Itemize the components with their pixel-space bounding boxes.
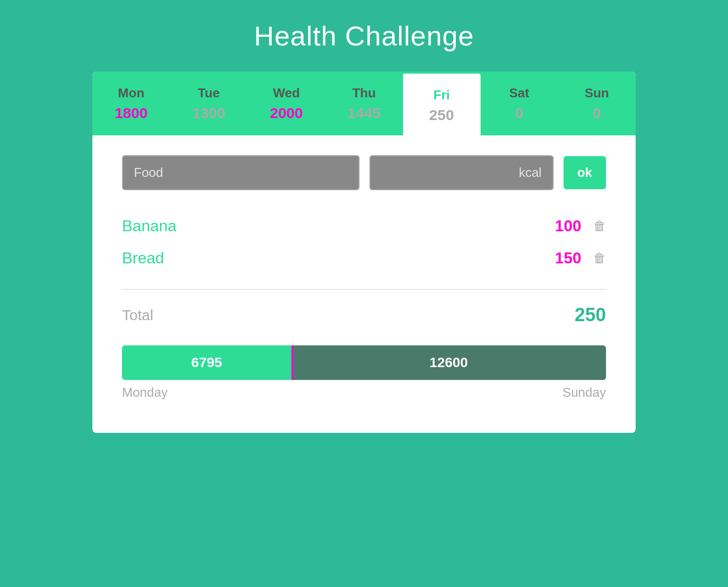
day-col-mon[interactable]: Mon 1800	[92, 72, 170, 135]
day-name: Mon	[118, 85, 144, 101]
main-card: Mon 1800 Tue 1300 Wed 2000 Thu 1445 Fri …	[92, 72, 636, 433]
day-col-sat[interactable]: Sat 0	[481, 72, 558, 135]
progress-remaining: 12600	[291, 345, 606, 380]
progress-filled: 6795	[122, 345, 291, 380]
day-col-sun[interactable]: Sun 0	[558, 72, 636, 135]
day-name: Fri	[434, 87, 450, 103]
progress-filled-value: 6795	[191, 355, 222, 371]
content-area: ok Banana 100 🗑 Bread 150 🗑 Total 250 67…	[92, 135, 636, 433]
delete-food-icon[interactable]: 🗑	[593, 251, 606, 266]
day-name: Thu	[352, 85, 376, 101]
food-item-calories: 100	[555, 217, 581, 235]
day-name: Wed	[273, 85, 300, 101]
food-item: Banana 100 🗑	[122, 210, 606, 242]
progress-start-label: Monday	[122, 385, 168, 400]
day-name: Sat	[509, 85, 529, 101]
progress-end-label: Sunday	[563, 385, 606, 400]
food-item: Bread 150 🗑	[122, 242, 606, 274]
day-calories: 1445	[348, 105, 381, 122]
progress-bar: 6795 12600	[122, 345, 606, 380]
progress-remaining-value: 12600	[430, 355, 468, 371]
day-col-thu[interactable]: Thu 1445	[325, 72, 403, 135]
day-header: Mon 1800 Tue 1300 Wed 2000 Thu 1445 Fri …	[92, 72, 636, 135]
kcal-input[interactable]	[369, 155, 554, 190]
total-row: Total 250	[122, 304, 606, 326]
day-calories: 1800	[115, 105, 148, 122]
food-item-calories: 150	[555, 249, 581, 267]
food-item-name: Banana	[122, 217, 555, 235]
food-list: Banana 100 🗑 Bread 150 🗑	[122, 210, 606, 274]
day-col-wed[interactable]: Wed 2000	[247, 72, 325, 135]
food-item-name: Bread	[122, 249, 555, 267]
day-col-fri[interactable]: Fri 250	[403, 74, 481, 135]
day-calories: 1300	[192, 105, 225, 122]
food-input[interactable]	[122, 155, 360, 190]
day-calories: 0	[593, 105, 601, 122]
delete-food-icon[interactable]: 🗑	[593, 218, 606, 234]
day-calories: 0	[515, 105, 524, 122]
divider	[122, 289, 606, 290]
page-title: Health Challenge	[254, 20, 474, 52]
progress-labels: Monday Sunday	[122, 385, 606, 400]
total-label: Total	[122, 307, 575, 324]
day-calories: 250	[429, 107, 454, 124]
progress-container: 6795 12600 Monday Sunday	[122, 345, 606, 400]
day-name: Tue	[198, 85, 220, 101]
day-calories: 2000	[270, 105, 303, 122]
day-col-tue[interactable]: Tue 1300	[170, 72, 247, 135]
ok-button[interactable]: ok	[564, 156, 606, 189]
day-name: Sun	[585, 85, 609, 101]
total-value: 250	[575, 304, 606, 326]
progress-marker	[291, 345, 293, 380]
food-input-row: ok	[122, 155, 606, 190]
